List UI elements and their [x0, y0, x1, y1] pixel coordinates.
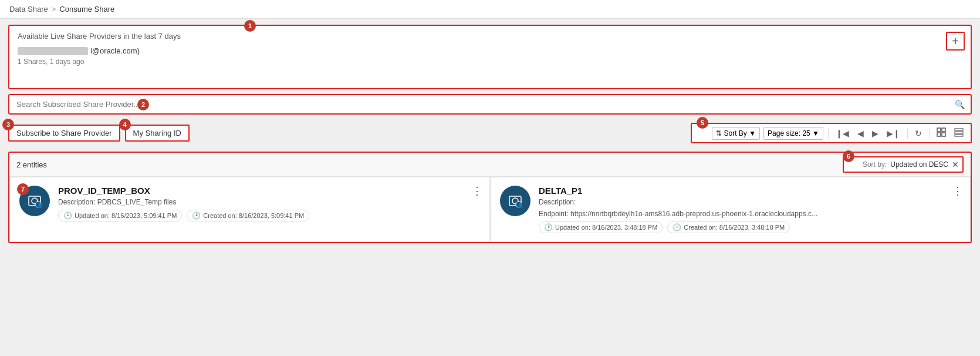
- svg-rect-4: [955, 129, 963, 130]
- svg-rect-3: [942, 133, 945, 136]
- svg-text:👤: 👤: [37, 202, 43, 208]
- card-view-button[interactable]: [934, 126, 948, 140]
- entity-body-1: PROV_ID_TEMP_BOX Description: PDBCS_LIVE…: [58, 186, 480, 221]
- svg-rect-1: [942, 128, 945, 132]
- toolbar-divider-2: [907, 128, 908, 139]
- entities-grid: 7 👤 PROV_ID_TEMP_BOX Description: PDBCS_…: [9, 177, 971, 242]
- breadcrumb-parent[interactable]: Data Share: [9, 5, 48, 14]
- provider-meta: 1 Shares, 1 days ago: [18, 58, 962, 66]
- toolbar-divider-1: [828, 128, 829, 139]
- svg-text:👤: 👤: [518, 202, 523, 208]
- sort-by-badge: 6 Sort by: Updated on DESC ✕: [843, 156, 964, 173]
- entity-menu-button-2[interactable]: ⋮: [952, 186, 963, 196]
- toolbar-right: 5 ⇅ Sort By ▼ Page size: 25 ▼ ❙◀ ◀ ▶ ▶❙ …: [691, 123, 972, 143]
- search-badge-2: 2: [137, 99, 149, 110]
- add-provider-button[interactable]: +: [946, 32, 965, 51]
- entity-body-2: DELTA_P1 Description: Endpoint: https://…: [539, 186, 961, 233]
- provider-name-blurred: [18, 47, 88, 55]
- clock-icon-2: 🕑: [192, 211, 201, 220]
- entity-desc-1: Description: PDBCS_LIVE_Temp files: [58, 198, 480, 206]
- subscribe-btn-wrap: 3 Subscribe to Share Provider: [8, 125, 120, 142]
- clock-icon-1: 🕑: [63, 211, 72, 220]
- svg-rect-0: [937, 128, 941, 132]
- entity-card: 7 👤 PROV_ID_TEMP_BOX Description: PDBCS_…: [9, 177, 490, 242]
- list-view-button[interactable]: [952, 126, 966, 140]
- pagination-first-button[interactable]: ❙◀: [833, 127, 851, 139]
- pagination-last-button[interactable]: ▶❙: [884, 127, 903, 139]
- section-badge-1: 1: [244, 20, 256, 32]
- breadcrumb-separator: >: [52, 5, 56, 14]
- svg-rect-2: [937, 133, 941, 136]
- toolbar-divider-3: [929, 128, 930, 139]
- sort-by-close-icon[interactable]: ✕: [952, 160, 959, 169]
- entity-updated-2: 🕑 Updated on: 8/16/2023, 3:48:18 PM: [539, 221, 663, 233]
- sort-by-dropdown[interactable]: ⇅ Sort By ▼: [712, 127, 760, 140]
- sort-by-label-text: Sort by:: [863, 160, 887, 169]
- svg-rect-6: [955, 135, 963, 136]
- badge-7: 7: [17, 183, 29, 195]
- provider-email: i@oracle.com): [90, 46, 140, 55]
- my-sharing-id-button[interactable]: My Sharing ID: [125, 125, 190, 142]
- entities-section: 2 entities 6 Sort by: Updated on DESC ✕ …: [8, 152, 972, 243]
- badge-4: 4: [119, 119, 131, 130]
- search-input[interactable]: [9, 95, 971, 113]
- entity-menu-button-1[interactable]: ⋮: [472, 186, 482, 196]
- live-providers-title: Available Live Share Providers in the la…: [18, 32, 962, 41]
- entities-count: 2 entities: [16, 160, 47, 169]
- sort-by-label: Sort By: [724, 129, 746, 137]
- subscribe-to-share-provider-button[interactable]: Subscribe to Share Provider: [8, 125, 120, 142]
- page-size-dropdown[interactable]: Page size: 25 ▼: [763, 127, 823, 140]
- pagination-prev-button[interactable]: ◀: [855, 127, 866, 139]
- provider-row: i@oracle.com): [18, 46, 962, 55]
- sort-by-value: Updated on DESC: [890, 160, 948, 169]
- entity-updated-1: 🕑 Updated on: 8/16/2023, 5:09:41 PM: [58, 210, 182, 221]
- badge-6: 6: [843, 150, 854, 162]
- search-bar-section: 2 🔍: [8, 94, 972, 115]
- entity-created-1: 🕑 Created on: 8/16/2023, 5:09:41 PM: [187, 210, 309, 221]
- entity-created-2: 🕑 Created on: 8/16/2023, 3:48:18 PM: [667, 221, 790, 233]
- refresh-button[interactable]: ↻: [913, 127, 924, 139]
- sort-icon: ⇅: [716, 129, 722, 137]
- entity-name-2: DELTA_P1: [539, 186, 961, 196]
- breadcrumb-current: Consume Share: [59, 5, 114, 14]
- entity-icon-wrap-1: 7 👤: [19, 186, 50, 216]
- main-content: 1 Available Live Share Providers in the …: [0, 19, 980, 249]
- search-icon: 🔍: [955, 100, 965, 109]
- breadcrumb: Data Share > Consume Share: [0, 0, 980, 19]
- entity-name-1: PROV_ID_TEMP_BOX: [58, 186, 480, 196]
- entity-card-2: 👤 DELTA_P1 Description: Endpoint: https:…: [490, 177, 971, 242]
- entity-meta-2: 🕑 Updated on: 8/16/2023, 3:48:18 PM 🕑 Cr…: [539, 221, 961, 233]
- entity-meta-1: 🕑 Updated on: 8/16/2023, 5:09:41 PM 🕑 Cr…: [58, 210, 480, 221]
- svg-rect-5: [955, 132, 963, 133]
- toolbar: 3 Subscribe to Share Provider 4 My Shari…: [8, 119, 972, 147]
- entities-header: 2 entities 6 Sort by: Updated on DESC ✕: [9, 153, 971, 177]
- entity-endpoint-2: Endpoint: https://nnrtbqrbdeylh1o-ams816…: [539, 210, 844, 218]
- page-size-label: Page size: 25: [768, 129, 810, 137]
- page-size-chevron-icon: ▼: [812, 129, 819, 137]
- badge-3: 3: [2, 119, 14, 130]
- clock-icon-3: 🕑: [544, 223, 553, 231]
- clock-icon-4: 🕑: [673, 223, 681, 231]
- sort-chevron-icon: ▼: [749, 129, 756, 137]
- entity-desc-2: Description:: [539, 198, 961, 206]
- live-providers-section: 1 Available Live Share Providers in the …: [8, 25, 972, 89]
- sharing-id-btn-wrap: 4 My Sharing ID: [125, 125, 190, 142]
- badge-5: 5: [697, 117, 708, 129]
- entity-icon-2: 👤: [500, 186, 530, 216]
- pagination-next-button[interactable]: ▶: [870, 127, 881, 139]
